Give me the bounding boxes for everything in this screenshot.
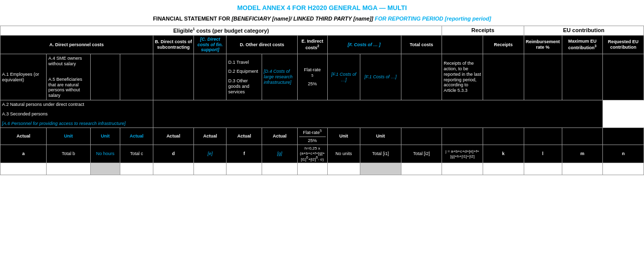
- a2-a3-row: A.2 Natural persons under direct contrac…: [1, 100, 644, 128]
- b-direct-header: B. Direct costs of subcontracting: [153, 35, 194, 54]
- nohours-formula: No hours: [90, 145, 120, 163]
- unit3-cell: Unit: [327, 128, 360, 145]
- e-bracket-formula: [e]: [194, 145, 227, 163]
- receipts-unit-blank2: [483, 128, 524, 145]
- main-table: Eligible1 costs (per budget category) Re…: [0, 26, 644, 175]
- subtitle-italic: [BENEFICIARY [name]/ LINKED THIRD PARTY …: [232, 16, 373, 22]
- maxeu-cell: [562, 54, 603, 100]
- k-formula: k: [483, 145, 524, 163]
- unit4-cell: Unit: [360, 128, 401, 145]
- totalc-formula: Total c: [120, 145, 153, 163]
- data-f-1[interactable]: [327, 163, 360, 175]
- f-costs-header: [F. Costs of … ]: [327, 35, 401, 54]
- reqeu-unit-blank: [603, 128, 644, 145]
- data-rec2-1[interactable]: [524, 163, 562, 175]
- eligible-costs-header: Eligible1 costs (per budget category): [1, 26, 442, 36]
- a4-label: [120, 54, 153, 100]
- d-subcols: D.1 Travel D.2 Equipment D.3 Other goods…: [227, 54, 262, 100]
- data-e2-1[interactable]: [297, 163, 327, 175]
- receipts-unit-blank1: [442, 128, 483, 145]
- data-a3-1[interactable]: [90, 163, 120, 175]
- receipts-desc-cell: Receipts of the action, to be reported i…: [442, 54, 483, 100]
- a4right-labels: A.4 SME owners without salary A.5 Benefi…: [47, 54, 90, 100]
- receipts-header1: [442, 35, 483, 54]
- data-f3-1[interactable]: [401, 163, 442, 175]
- f1-label-cell: [F.1 Costs of …]: [327, 54, 360, 100]
- maxeu-header: Maximum EU contribution3: [562, 35, 603, 54]
- flatrate-cell-unit: Flat-rate5 25%: [297, 128, 327, 145]
- data-maxeu-1[interactable]: [562, 163, 603, 175]
- reimb-cell: [524, 54, 562, 100]
- section-header-row: A. Direct personnel costs B. Direct cost…: [1, 35, 644, 54]
- l-formula: l: [524, 145, 562, 163]
- actual6-cell: Actual: [262, 128, 298, 145]
- e-cost-cell: [D.4 Costs of large research infrastruct…: [262, 54, 298, 100]
- data-f2-1[interactable]: [360, 163, 401, 175]
- page-title: MODEL ANNEX 4 FOR H2020 GENERAL MGA — MU…: [0, 0, 644, 14]
- data-rec1-1[interactable]: [483, 163, 524, 175]
- reqeu-header: Requested EU contribution: [603, 35, 644, 54]
- subtitle-black: FINANCIAL STATEMENT FOR: [153, 16, 232, 22]
- h-formula: h=0,25 x (a+b+c+f+[g]+ [i1]6+[i2]6- o): [297, 145, 327, 163]
- receipts-header2: Receipts: [483, 35, 524, 54]
- eu-contribution-main-header: EU contribution: [524, 26, 644, 36]
- f2-label-cell: [F.1 Costs of …]: [360, 54, 401, 100]
- data-c-1[interactable]: [194, 163, 227, 175]
- formula-row: a Total b No hours Total c d [e] f [g] h…: [1, 145, 644, 163]
- total-unit-blank: [401, 128, 442, 145]
- d-formula: d: [153, 145, 194, 163]
- actual1-cell: Actual: [1, 128, 47, 145]
- data-a1-1[interactable]: [1, 163, 47, 175]
- unit2-cell: Unit: [90, 128, 120, 145]
- total-costs-cell-desc: [401, 54, 442, 100]
- b-label-cell: [153, 54, 194, 100]
- actual3-cell: Actual: [153, 128, 194, 145]
- actual5-cell: Actual: [227, 128, 262, 145]
- data-a2-1[interactable]: [47, 163, 90, 175]
- unit-row: Actual Unit Unit Actual Actual Actual Ac…: [1, 128, 644, 145]
- nounits-formula: No units: [327, 145, 360, 163]
- m-formula: m: [562, 145, 603, 163]
- c-label-cell: [194, 54, 227, 100]
- reimb-unit-blank: [524, 128, 562, 145]
- data-d-1[interactable]: [227, 163, 262, 175]
- actual4-cell: Actual: [194, 128, 227, 145]
- unit1-cell: Unit: [47, 128, 90, 145]
- data-row-1: [1, 163, 644, 175]
- data-b-1[interactable]: [153, 163, 194, 175]
- data-total-1[interactable]: [442, 163, 483, 175]
- a1-label: A.1 Employees (or equivalent): [1, 54, 47, 100]
- maxeu-unit-blank: [562, 128, 603, 145]
- e-indirect-header: E. Indirect costs2: [297, 35, 327, 54]
- totalb-formula: Total b: [47, 145, 90, 163]
- data-e1-1[interactable]: [262, 163, 298, 175]
- a2-a3-labels: A.2 Natural persons under direct contrac…: [1, 100, 153, 128]
- data-reqeu-1[interactable]: [603, 163, 644, 175]
- c-direct-header: [C. Direct costs of fin. support]: [194, 35, 227, 54]
- receipts-main-header: Receipts: [442, 26, 524, 36]
- g-bracket-formula: [g]: [262, 145, 298, 163]
- subtitle: FINANCIAL STATEMENT FOR [BENEFICIARY [na…: [0, 14, 644, 26]
- total-costs-header: Total costs: [401, 35, 442, 54]
- a-direct-header: A. Direct personnel costs: [1, 35, 153, 54]
- actual2-cell: Actual: [120, 128, 153, 145]
- receipts-col2-cell: [483, 54, 524, 100]
- a3-label: [90, 54, 120, 100]
- f-formula: f: [227, 145, 262, 163]
- subtitle-cyan: FOR REPORTING PERIOD [reporting period]: [373, 16, 491, 22]
- reimb-header: Reimbursement rate %: [524, 35, 562, 54]
- e-indirect-cell: Flat-rate 5 25%: [297, 54, 327, 100]
- d-direct-header: D. Other direct costs: [227, 35, 297, 54]
- total-i2-formula: Total [i2]: [401, 145, 442, 163]
- j-formula: j = a+b+c+d+[e]+f+[g]+h+[i1]+[i2]: [442, 145, 483, 163]
- reqeu-cell: [603, 54, 644, 100]
- n-formula: n: [603, 145, 644, 163]
- top-header-row: Eligible1 costs (per budget category) Re…: [1, 26, 644, 36]
- a-formula: a: [1, 145, 47, 163]
- data-a4-1[interactable]: [120, 163, 153, 175]
- total-i1-formula: Total [i1]: [360, 145, 401, 163]
